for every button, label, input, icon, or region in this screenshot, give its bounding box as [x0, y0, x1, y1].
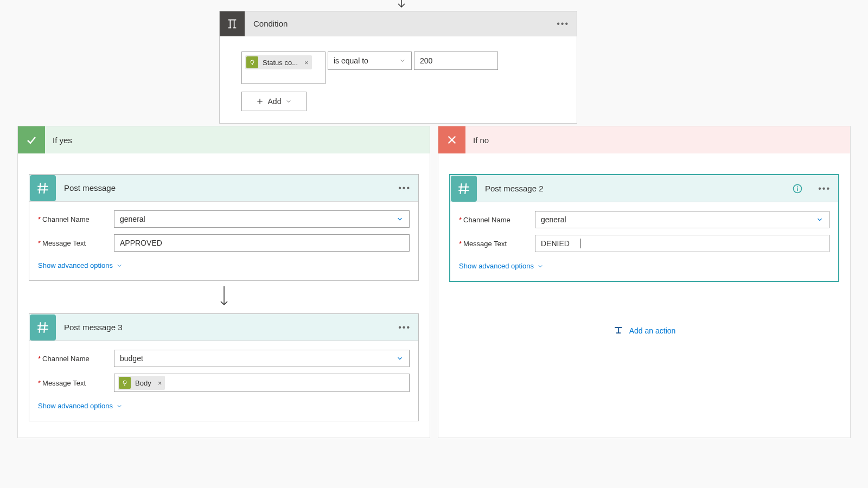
- channel-name-label: *Channel Name: [38, 355, 114, 363]
- svg-point-3: [797, 186, 798, 187]
- chevron-down-icon: [399, 57, 406, 64]
- show-advanced-options-link[interactable]: Show advanced options: [459, 259, 544, 275]
- chevron-down-icon: [396, 215, 404, 223]
- condition-operator-select[interactable]: is equal to: [328, 52, 412, 70]
- add-action-link[interactable]: Add an action: [449, 325, 839, 336]
- add-condition-button[interactable]: Add: [241, 92, 307, 111]
- bulb-icon: [246, 56, 258, 68]
- message-text-label: *Message Text: [38, 379, 114, 387]
- chevron-down-icon: [285, 98, 292, 105]
- svg-point-0: [251, 60, 254, 63]
- channel-name-select[interactable]: budget: [114, 350, 410, 367]
- post-message-2-card: Post message 2 ••• *Channel Name general: [449, 174, 839, 282]
- chevron-down-icon: [116, 403, 123, 409]
- action-header[interactable]: Post message 3 •••: [29, 314, 418, 341]
- more-menu-icon[interactable]: •••: [391, 323, 418, 332]
- chevron-down-icon: [396, 355, 404, 362]
- add-action-icon: [613, 325, 624, 336]
- close-icon: [438, 126, 465, 153]
- action-header[interactable]: Post message •••: [29, 175, 418, 202]
- condition-header[interactable]: Condition •••: [220, 11, 577, 36]
- remove-token-icon[interactable]: ×: [301, 59, 312, 67]
- post-message-card: Post message ••• *Channel Name general *…: [29, 174, 419, 281]
- add-label: Add: [268, 97, 282, 106]
- action-header[interactable]: Post message 2 •••: [450, 175, 838, 202]
- condition-value-input[interactable]: [414, 52, 498, 70]
- checkmark-icon: [18, 126, 45, 153]
- dynamic-content-token[interactable]: Body ×: [118, 376, 165, 390]
- more-menu-icon[interactable]: •••: [549, 19, 577, 29]
- if-yes-body: Post message ••• *Channel Name general *…: [18, 153, 430, 438]
- if-no-branch: If no Post message 2 ••• *Channel N: [438, 126, 851, 438]
- show-advanced-options-link[interactable]: Show advanced options: [38, 258, 123, 275]
- condition-left-operand[interactable]: Status co... ×: [241, 52, 326, 84]
- condition-title: Condition: [245, 19, 549, 28]
- condition-body: Status co... × is equal to Add: [220, 36, 577, 123]
- bulb-icon: [119, 377, 131, 389]
- if-yes-branch: If yes Post message ••• *Channel Name ge…: [17, 126, 430, 438]
- channel-name-select[interactable]: general: [535, 211, 829, 228]
- more-menu-icon[interactable]: •••: [810, 184, 838, 194]
- message-text-label: *Message Text: [38, 239, 114, 247]
- message-text-input[interactable]: DENIED: [535, 235, 829, 252]
- dynamic-content-token[interactable]: Status co... ×: [245, 55, 312, 69]
- message-text-input[interactable]: Body ×: [114, 374, 410, 392]
- chevron-down-icon: [816, 216, 824, 223]
- message-text-input[interactable]: [114, 234, 410, 252]
- action-body: *Channel Name budget *Message Text: [29, 341, 418, 421]
- token-label: Body: [132, 379, 155, 387]
- if-no-title: If no: [465, 136, 489, 145]
- slack-hash-icon: [30, 314, 56, 341]
- action-title: Post message 2: [477, 184, 792, 193]
- show-advanced-options-link[interactable]: Show advanced options: [38, 399, 123, 415]
- text-cursor: [580, 239, 581, 248]
- action-title: Post message: [56, 183, 391, 192]
- channel-name-label: *Channel Name: [459, 216, 535, 224]
- channel-name-select[interactable]: general: [114, 210, 410, 228]
- svg-point-1: [123, 381, 126, 384]
- condition-icon: [220, 11, 245, 36]
- chevron-down-icon: [116, 262, 123, 269]
- operator-value: is equal to: [334, 56, 368, 65]
- token-label: Status co...: [259, 59, 301, 67]
- slack-hash-icon: [451, 176, 477, 202]
- if-no-header: If no: [438, 126, 850, 153]
- channel-name-label: *Channel Name: [38, 215, 114, 223]
- message-text-label: *Message Text: [459, 240, 535, 248]
- if-yes-title: If yes: [45, 136, 72, 145]
- remove-token-icon[interactable]: ×: [155, 379, 165, 387]
- flow-arrow-down: [29, 281, 419, 313]
- slack-hash-icon: [30, 175, 56, 201]
- condition-card: Condition ••• Status co... × is equal to: [219, 11, 577, 124]
- flow-arrow-down: [396, 0, 407, 10]
- post-message-3-card: Post message 3 ••• *Channel Name budget …: [29, 313, 419, 421]
- plus-icon: [256, 98, 264, 105]
- action-title: Post message 3: [56, 323, 391, 332]
- if-yes-header: If yes: [18, 126, 430, 153]
- branches-container: If yes Post message ••• *Channel Name ge…: [17, 126, 851, 438]
- more-menu-icon[interactable]: •••: [391, 183, 418, 193]
- action-body: *Channel Name general *Message Text DENI…: [450, 202, 838, 281]
- action-body: *Channel Name general *Message Text Show…: [29, 202, 418, 280]
- info-icon[interactable]: [792, 183, 810, 194]
- chevron-down-icon: [537, 263, 544, 269]
- if-no-body: Post message 2 ••• *Channel Name general: [438, 153, 850, 352]
